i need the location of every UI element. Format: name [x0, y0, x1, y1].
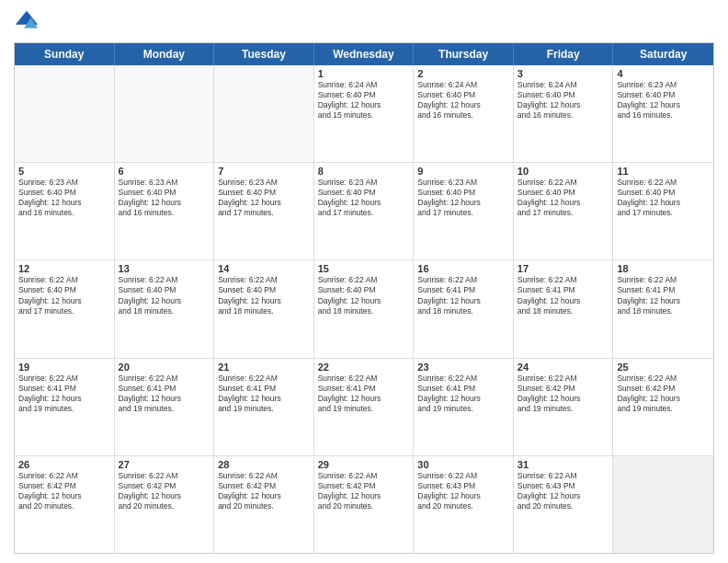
calendar-cell: 18Sunrise: 6:22 AM Sunset: 6:41 PM Dayli… — [613, 260, 713, 357]
header-day-sunday: Sunday — [15, 43, 115, 65]
cell-info: Sunrise: 6:22 AM Sunset: 6:41 PM Dayligh… — [417, 373, 509, 414]
cell-info: Sunrise: 6:22 AM Sunset: 6:43 PM Dayligh… — [518, 471, 609, 511]
cell-info: Sunrise: 6:23 AM Sunset: 6:40 PM Dayligh… — [119, 178, 210, 218]
calendar-cell: 28Sunrise: 6:22 AM Sunset: 6:42 PM Dayli… — [214, 456, 314, 553]
day-number: 19 — [18, 362, 110, 373]
day-number: 2 — [417, 68, 509, 79]
calendar-row-1: 1Sunrise: 6:24 AM Sunset: 6:40 PM Daylig… — [15, 65, 713, 163]
cell-info: Sunrise: 6:22 AM Sunset: 6:40 PM Dayligh… — [617, 178, 710, 218]
day-number: 6 — [119, 166, 210, 177]
cell-info: Sunrise: 6:22 AM Sunset: 6:42 PM Dayligh… — [218, 471, 310, 511]
cell-info: Sunrise: 6:24 AM Sunset: 6:40 PM Dayligh… — [417, 80, 509, 121]
day-number: 15 — [318, 263, 410, 274]
day-number: 21 — [218, 362, 310, 373]
cell-info: Sunrise: 6:22 AM Sunset: 6:43 PM Dayligh… — [417, 471, 509, 511]
cell-info: Sunrise: 6:22 AM Sunset: 6:40 PM Dayligh… — [218, 275, 310, 316]
day-number: 4 — [617, 68, 710, 79]
day-number: 24 — [518, 362, 609, 373]
calendar-cell: 26Sunrise: 6:22 AM Sunset: 6:42 PM Dayli… — [15, 456, 115, 553]
calendar-cell — [115, 65, 215, 162]
header-day-thursday: Thursday — [414, 43, 514, 65]
calendar-cell: 2Sunrise: 6:24 AM Sunset: 6:40 PM Daylig… — [414, 65, 514, 162]
cell-info: Sunrise: 6:22 AM Sunset: 6:41 PM Dayligh… — [417, 275, 509, 316]
calendar-row-3: 12Sunrise: 6:22 AM Sunset: 6:40 PM Dayli… — [15, 260, 713, 358]
cell-info: Sunrise: 6:22 AM Sunset: 6:41 PM Dayligh… — [119, 373, 210, 414]
header-day-tuesday: Tuesday — [214, 43, 314, 65]
logo-icon — [14, 9, 40, 35]
header-day-friday: Friday — [514, 43, 614, 65]
calendar-cell: 12Sunrise: 6:22 AM Sunset: 6:40 PM Dayli… — [15, 260, 115, 357]
calendar-cell — [214, 65, 314, 162]
calendar-cell: 25Sunrise: 6:22 AM Sunset: 6:42 PM Dayli… — [613, 359, 713, 455]
cell-info: Sunrise: 6:22 AM Sunset: 6:41 PM Dayligh… — [318, 373, 410, 414]
calendar-cell: 13Sunrise: 6:22 AM Sunset: 6:40 PM Dayli… — [115, 260, 215, 357]
calendar-cell: 10Sunrise: 6:22 AM Sunset: 6:40 PM Dayli… — [514, 163, 614, 259]
day-number: 27 — [119, 459, 210, 470]
calendar-cell: 21Sunrise: 6:22 AM Sunset: 6:41 PM Dayli… — [214, 359, 314, 455]
calendar-cell: 22Sunrise: 6:22 AM Sunset: 6:41 PM Dayli… — [314, 359, 415, 455]
day-number: 20 — [119, 362, 210, 373]
cell-info: Sunrise: 6:22 AM Sunset: 6:41 PM Dayligh… — [617, 275, 710, 316]
calendar-body: 1Sunrise: 6:24 AM Sunset: 6:40 PM Daylig… — [15, 65, 713, 553]
cell-info: Sunrise: 6:22 AM Sunset: 6:42 PM Dayligh… — [119, 471, 210, 511]
day-number: 25 — [617, 362, 710, 373]
day-number: 9 — [417, 166, 509, 177]
header — [14, 9, 714, 35]
cell-info: Sunrise: 6:22 AM Sunset: 6:41 PM Dayligh… — [18, 373, 110, 414]
calendar-cell: 19Sunrise: 6:22 AM Sunset: 6:41 PM Dayli… — [15, 359, 115, 455]
day-number: 17 — [518, 263, 609, 274]
cell-info: Sunrise: 6:22 AM Sunset: 6:42 PM Dayligh… — [617, 373, 710, 414]
calendar-cell: 15Sunrise: 6:22 AM Sunset: 6:40 PM Dayli… — [314, 260, 415, 357]
cell-info: Sunrise: 6:23 AM Sunset: 6:40 PM Dayligh… — [218, 178, 310, 218]
calendar-cell: 3Sunrise: 6:24 AM Sunset: 6:40 PM Daylig… — [514, 65, 614, 162]
calendar-header: SundayMondayTuesdayWednesdayThursdayFrid… — [15, 43, 713, 65]
cell-info: Sunrise: 6:22 AM Sunset: 6:41 PM Dayligh… — [518, 275, 609, 316]
day-number: 13 — [119, 263, 210, 274]
calendar-cell: 4Sunrise: 6:23 AM Sunset: 6:40 PM Daylig… — [613, 65, 713, 162]
calendar-cell: 23Sunrise: 6:22 AM Sunset: 6:41 PM Dayli… — [414, 359, 514, 455]
day-number: 10 — [518, 166, 609, 177]
header-day-monday: Monday — [115, 43, 215, 65]
header-day-wednesday: Wednesday — [314, 43, 415, 65]
day-number: 31 — [518, 459, 609, 470]
day-number: 30 — [417, 459, 509, 470]
calendar-cell: 1Sunrise: 6:24 AM Sunset: 6:40 PM Daylig… — [314, 65, 415, 162]
header-day-saturday: Saturday — [613, 43, 713, 65]
day-number: 1 — [318, 68, 410, 79]
calendar-row-5: 26Sunrise: 6:22 AM Sunset: 6:42 PM Dayli… — [15, 456, 713, 553]
day-number: 16 — [417, 263, 509, 274]
day-number: 28 — [218, 459, 310, 470]
day-number: 23 — [417, 362, 509, 373]
cell-info: Sunrise: 6:23 AM Sunset: 6:40 PM Dayligh… — [417, 178, 509, 218]
day-number: 18 — [617, 263, 710, 274]
calendar-cell: 8Sunrise: 6:23 AM Sunset: 6:40 PM Daylig… — [314, 163, 415, 259]
calendar-cell: 31Sunrise: 6:22 AM Sunset: 6:43 PM Dayli… — [514, 456, 614, 553]
calendar-row-2: 5Sunrise: 6:23 AM Sunset: 6:40 PM Daylig… — [15, 163, 713, 260]
calendar-cell — [613, 456, 713, 553]
cell-info: Sunrise: 6:22 AM Sunset: 6:42 PM Dayligh… — [18, 471, 110, 511]
day-number: 26 — [18, 459, 110, 470]
calendar-cell: 24Sunrise: 6:22 AM Sunset: 6:42 PM Dayli… — [514, 359, 614, 455]
day-number: 12 — [18, 263, 110, 274]
calendar-cell: 16Sunrise: 6:22 AM Sunset: 6:41 PM Dayli… — [414, 260, 514, 357]
day-number: 7 — [218, 166, 310, 177]
calendar-cell: 29Sunrise: 6:22 AM Sunset: 6:42 PM Dayli… — [314, 456, 415, 553]
logo — [14, 9, 43, 35]
cell-info: Sunrise: 6:22 AM Sunset: 6:40 PM Dayligh… — [318, 275, 410, 316]
calendar-cell: 27Sunrise: 6:22 AM Sunset: 6:42 PM Dayli… — [115, 456, 215, 553]
cell-info: Sunrise: 6:22 AM Sunset: 6:42 PM Dayligh… — [518, 373, 609, 414]
cell-info: Sunrise: 6:22 AM Sunset: 6:42 PM Dayligh… — [318, 471, 410, 511]
calendar-cell: 11Sunrise: 6:22 AM Sunset: 6:40 PM Dayli… — [613, 163, 713, 259]
calendar-cell: 9Sunrise: 6:23 AM Sunset: 6:40 PM Daylig… — [414, 163, 514, 259]
cell-info: Sunrise: 6:22 AM Sunset: 6:40 PM Dayligh… — [18, 275, 110, 316]
cell-info: Sunrise: 6:22 AM Sunset: 6:41 PM Dayligh… — [218, 373, 310, 414]
cell-info: Sunrise: 6:22 AM Sunset: 6:40 PM Dayligh… — [518, 178, 609, 218]
cell-info: Sunrise: 6:24 AM Sunset: 6:40 PM Dayligh… — [518, 80, 609, 121]
calendar-cell — [15, 65, 115, 162]
calendar-cell: 6Sunrise: 6:23 AM Sunset: 6:40 PM Daylig… — [115, 163, 215, 259]
day-number: 3 — [518, 68, 609, 79]
page: SundayMondayTuesdayWednesdayThursdayFrid… — [0, 0, 728, 563]
calendar-cell: 7Sunrise: 6:23 AM Sunset: 6:40 PM Daylig… — [214, 163, 314, 259]
day-number: 5 — [18, 166, 110, 177]
cell-info: Sunrise: 6:23 AM Sunset: 6:40 PM Dayligh… — [617, 80, 710, 121]
